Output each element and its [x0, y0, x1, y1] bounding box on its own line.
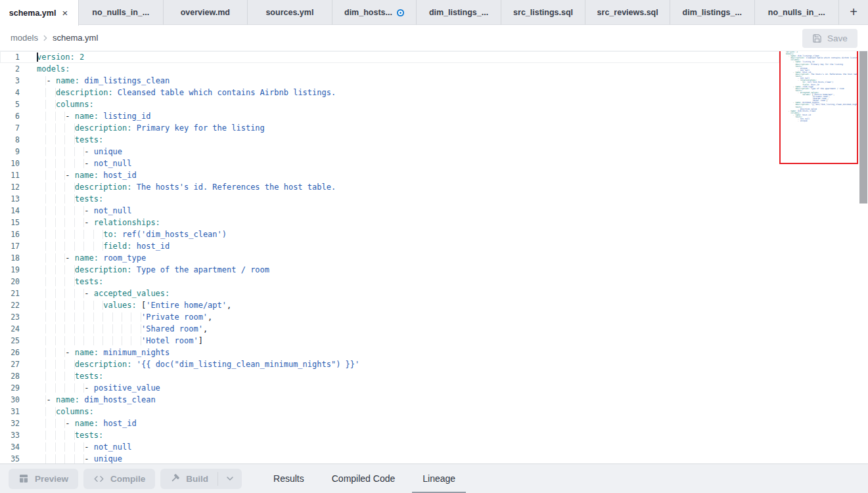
save-button[interactable]: Save	[802, 29, 857, 48]
code-line-15: 15 - relationships:	[0, 217, 779, 228]
file-tab-label: no_nulls_in_...	[92, 8, 149, 17]
tab-compiled-code[interactable]: Compiled Code	[321, 464, 406, 493]
line-number: 16	[0, 228, 20, 240]
code-line-19: 19 description: Type of the apartment / …	[0, 264, 779, 276]
code-line-7: 7 description: Primary key for the listi…	[0, 122, 779, 134]
code-line-30: 30 - name: dim_hosts_clean	[0, 394, 779, 406]
table-icon	[18, 473, 29, 484]
line-number: 10	[0, 158, 20, 169]
file-tab-dim-hosts[interactable]: dim_hosts...	[332, 0, 417, 25]
breadcrumb-folder[interactable]: models	[11, 33, 38, 43]
compile-button-label: Compile	[110, 474, 145, 484]
line-number: 23	[0, 311, 20, 323]
build-button[interactable]: Build	[160, 469, 217, 489]
file-tab-dim-listings[interactable]: dim_listings_...	[417, 0, 501, 25]
line-number: 2	[0, 63, 20, 75]
tab-lineage[interactable]: Lineage	[412, 464, 466, 493]
code-line-26: 26 - name: minimum_nights	[0, 347, 779, 358]
build-options-button[interactable]	[218, 469, 242, 489]
hammer-icon	[170, 473, 180, 484]
file-tab-label: overview.md	[181, 8, 230, 17]
file-tab-no-nulls-in[interactable]: no_nulls_in_...	[755, 0, 840, 25]
code-line-17: 17 field: host_id	[0, 240, 779, 252]
code-line-18: 18 - name: room_type	[0, 252, 779, 264]
line-number: 5	[0, 98, 20, 110]
file-tab-dim-listings[interactable]: dim_listings_...	[670, 0, 755, 25]
code-line-1: 1version: 2	[0, 51, 779, 63]
chevron-down-icon	[225, 473, 235, 484]
code-icon	[93, 474, 104, 484]
code-line-13: 13 tests:	[0, 193, 779, 205]
line-number: 33	[0, 429, 20, 441]
text-cursor	[37, 53, 38, 62]
code-line-23: 23 'Private room',	[0, 311, 779, 323]
code-line-6: 6 - name: listing_id	[0, 110, 779, 122]
line-number: 11	[0, 169, 20, 181]
file-tab-bar: schema.yml×no_nulls_in_...overview.mdsou…	[0, 0, 868, 25]
code-line-16: 16 to: ref('dim_hosts_clean')	[0, 228, 779, 240]
code-line-35: - unique	[783, 120, 857, 122]
file-tab-src-reviews-sql[interactable]: src_reviews.sql	[585, 0, 670, 25]
vertical-scrollbar-thumb[interactable]	[859, 51, 867, 204]
code-line-5: 5 columns:	[0, 98, 779, 110]
line-number: 14	[0, 205, 20, 217]
line-number: 22	[0, 299, 20, 311]
code-line-14: 14 - not_null	[0, 205, 779, 217]
line-number: 26	[0, 347, 20, 358]
code-line-28: 28 tests:	[0, 370, 779, 382]
file-tab-src-listings-sql[interactable]: src_listings.sql	[501, 0, 586, 25]
line-number: 35	[0, 453, 20, 463]
line-number: 24	[0, 323, 20, 335]
line-number: 20	[0, 276, 20, 288]
line-number: 21	[0, 288, 20, 299]
code-editor[interactable]: 1version: 22models:3 - name: dim_listing…	[0, 51, 868, 463]
line-number: 7	[0, 122, 20, 134]
file-tab-label: schema.yml	[9, 9, 57, 18]
line-number: 9	[0, 146, 20, 158]
bottom-action-bar: Preview Compile Buil	[0, 463, 868, 493]
file-tab-label: src_reviews.sql	[597, 8, 658, 17]
code-line-10: 10 - not_null	[0, 158, 779, 169]
tab-results[interactable]: Results	[263, 464, 315, 493]
code-line-34: 34 - not_null	[0, 441, 779, 453]
build-button-label: Build	[186, 474, 208, 484]
code-line-9: 9 - unique	[0, 146, 779, 158]
compile-button[interactable]: Compile	[83, 469, 155, 489]
file-tab-schema-yml[interactable]: schema.yml×	[0, 0, 79, 26]
code-line-25: 25 'Hotel room']	[0, 335, 779, 347]
line-number: 19	[0, 264, 20, 276]
file-tab-sources-yml[interactable]: sources.yml	[248, 0, 332, 25]
line-number: 28	[0, 370, 20, 382]
preview-button[interactable]: Preview	[9, 469, 78, 489]
results-panel-tabs: Results Compiled Code Lineage	[263, 464, 466, 493]
close-icon[interactable]: ×	[60, 8, 69, 18]
file-tab-label: sources.yml	[265, 8, 313, 17]
code-line-8: 8 tests:	[0, 134, 779, 146]
line-number: 12	[0, 181, 20, 193]
code-line-11: 11 - name: host_id	[0, 169, 779, 181]
line-number: 13	[0, 193, 20, 205]
save-icon	[812, 33, 822, 43]
file-tab-label: no_nulls_in_...	[768, 8, 825, 17]
new-tab-button[interactable]: +	[839, 0, 868, 24]
code-line-21: 21 - accepted_values:	[0, 288, 779, 299]
file-tab-overview-md[interactable]: overview.md	[164, 0, 248, 25]
line-number: 1	[0, 51, 20, 63]
minimap[interactable]: version: 2models: - name: dim_listings_c…	[783, 51, 857, 122]
code-line-31: 31 columns:	[0, 406, 779, 418]
line-number: 17	[0, 240, 20, 252]
file-tab-no-nulls-in[interactable]: no_nulls_in_...	[79, 0, 164, 25]
code-line-35: 35 - unique	[0, 453, 779, 463]
code-line-4: 4 description: Cleansed table which cont…	[0, 87, 779, 98]
file-tab-label: dim_listings_...	[683, 8, 742, 17]
line-number: 30	[0, 394, 20, 406]
line-number: 32	[0, 418, 20, 429]
line-number: 3	[0, 75, 20, 87]
build-split-button: Build	[160, 469, 242, 489]
file-tab-label: dim_hosts...	[344, 8, 392, 17]
code-line-29: 29 - positive_value	[0, 382, 779, 394]
unsaved-changes-icon	[397, 9, 404, 16]
code-line-32: 32 - name: host_id	[0, 418, 779, 429]
line-number: 18	[0, 252, 20, 264]
file-tab-label: src_listings.sql	[513, 8, 573, 17]
